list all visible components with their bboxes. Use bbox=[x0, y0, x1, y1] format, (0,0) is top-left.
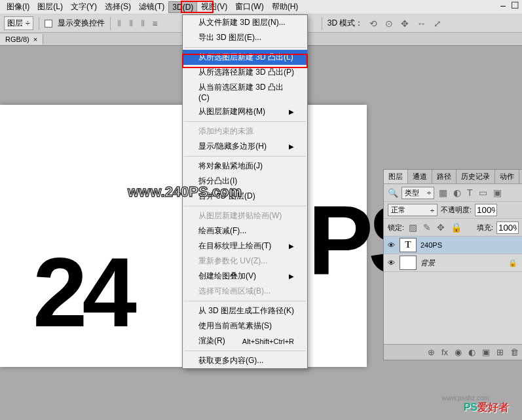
3d-scale-icon[interactable]: ⤢ bbox=[432, 17, 443, 30]
transform-label: 显示变换控件 bbox=[58, 18, 105, 29]
menu-view[interactable]: 视图(V) bbox=[197, 0, 231, 14]
lock-icon: 🔒 bbox=[508, 259, 517, 267]
tab-actions[interactable]: 动作 bbox=[495, 170, 519, 183]
maximize-button[interactable]: ☐ bbox=[511, 0, 519, 10]
chevron-right-icon: ▶ bbox=[289, 143, 294, 150]
mi-export-3d[interactable]: 导出 3D 图层(E)... bbox=[183, 30, 307, 45]
visibility-icon[interactable]: 👁 bbox=[386, 259, 396, 267]
lock-move-icon[interactable]: ✥ bbox=[436, 221, 446, 234]
watermark-logo: PS爱好者 bbox=[464, 401, 509, 415]
transform-checkbox[interactable] bbox=[45, 20, 52, 28]
lock-paint-icon[interactable]: ✎ bbox=[422, 221, 432, 234]
tab-layers[interactable]: 图层 bbox=[384, 170, 408, 183]
visibility-icon[interactable]: 👁 bbox=[386, 241, 396, 249]
3d-roll-icon[interactable]: ⊙ bbox=[384, 17, 394, 30]
menu-image[interactable]: 图像(I) bbox=[3, 0, 33, 14]
watermark: www.240PS.com bbox=[128, 183, 242, 200]
new-layer-icon[interactable]: ⊞ bbox=[496, 347, 504, 357]
blend-mode-select[interactable]: 正常÷ bbox=[388, 204, 438, 216]
fx-icon[interactable]: fx bbox=[441, 347, 448, 357]
layer-thumb-text: T bbox=[400, 238, 417, 252]
mi-snap-ground[interactable]: 将对象贴紧地面(J) bbox=[183, 159, 307, 174]
opacity-input[interactable] bbox=[475, 204, 497, 216]
mi-sketch-brush[interactable]: 使用当前画笔素描(S) bbox=[183, 318, 307, 334]
menubar: 图像(I) 图层(L) 文字(Y) 选择(S) 滤镜(T) 3D(D) 视图(V… bbox=[0, 0, 522, 14]
chevron-right-icon: ▶ bbox=[289, 242, 294, 250]
menu-3d[interactable]: 3D(D) bbox=[168, 1, 197, 13]
mi-new-mesh[interactable]: 从图层新建网格(M)▶ bbox=[183, 104, 307, 119]
layer-select-dropdown[interactable]: 图层÷ bbox=[4, 16, 33, 30]
fill-input[interactable] bbox=[496, 221, 519, 234]
chevron-right-icon: ▶ bbox=[289, 273, 294, 280]
mi-get-more[interactable]: 获取更多内容(G)... bbox=[183, 353, 307, 368]
3d-slide-icon[interactable]: ↔ bbox=[415, 17, 427, 30]
menu-select[interactable]: 选择(S) bbox=[101, 0, 135, 14]
close-tab-icon[interactable]: × bbox=[33, 35, 37, 43]
mi-new-extrusion-selection[interactable]: 从当前选区新建 3D 凸出(C) bbox=[183, 80, 307, 104]
mi-create-overlay[interactable]: 创建绘图叠加(V)▶ bbox=[183, 269, 307, 284]
mask-icon[interactable]: ◉ bbox=[455, 347, 462, 357]
lock-label: 锁定: bbox=[388, 223, 404, 233]
mi-new-extrusion-layer[interactable]: 从所选图层新建 3D 凸出(L) bbox=[183, 50, 307, 65]
3d-pan-icon[interactable]: ✥ bbox=[400, 17, 410, 30]
align-icon-2[interactable]: ⫴ bbox=[128, 16, 134, 30]
mi-show-hide-poly[interactable]: 显示/隐藏多边形(H)▶ bbox=[183, 139, 307, 154]
tab-channels[interactable]: 通道 bbox=[408, 170, 432, 183]
layer-name[interactable]: 240PS bbox=[420, 241, 442, 249]
fill-label: 填充: bbox=[477, 223, 493, 233]
mi-render[interactable]: 渲染(R)Alt+Shift+Ctrl+R bbox=[183, 334, 307, 349]
menu-layer[interactable]: 图层(L) bbox=[33, 0, 67, 14]
filter-adjust-icon[interactable]: ◐ bbox=[452, 186, 462, 199]
mi-new-from-file[interactable]: 从文件新建 3D 图层(N)... bbox=[183, 15, 307, 30]
group-icon[interactable]: ▣ bbox=[482, 347, 490, 357]
mi-paint-falloff[interactable]: 绘画衰减(F)... bbox=[183, 223, 307, 239]
layer-item[interactable]: 👁 背景 🔒 bbox=[384, 254, 522, 272]
adjustment-icon[interactable]: ◐ bbox=[468, 347, 475, 357]
mi-new-extrusion-path[interactable]: 从所选路径新建 3D 凸出(P) bbox=[183, 65, 307, 80]
align-icon-3[interactable]: ⫴ bbox=[140, 16, 146, 30]
opacity-label: 不透明度: bbox=[441, 205, 472, 215]
3d-mode-label: 3D 模式： bbox=[327, 18, 364, 29]
minimize-button[interactable]: – bbox=[500, 0, 506, 10]
mi-select-paintable: 选择可绘画区域(B)... bbox=[183, 284, 307, 299]
mi-new-tile-paint: 从图层新建拼贴绘画(W) bbox=[183, 208, 307, 223]
menu-text[interactable]: 文字(Y) bbox=[67, 0, 101, 14]
menu-help[interactable]: 帮助(H) bbox=[268, 0, 303, 14]
mi-reparam-uv: 重新参数化 UV(Z)... bbox=[183, 254, 307, 269]
layers-panel: 图层 通道 路径 历史记录 动作 🔍 类型÷ ▦ ◐ T ▭ ▣ 正常÷ 不透明… bbox=[383, 169, 522, 360]
tab-history[interactable]: 历史记录 bbox=[457, 170, 495, 183]
mi-paint-on-texture[interactable]: 在目标纹理上绘画(T)▶ bbox=[183, 239, 307, 254]
filter-pixel-icon[interactable]: ▦ bbox=[438, 186, 449, 199]
filter-text-icon[interactable]: T bbox=[466, 186, 474, 199]
tab-paths[interactable]: 路径 bbox=[432, 170, 457, 183]
panel-bottom-toolbar: ⊕ fx ◉ ◐ ▣ ⊞ 🗑 bbox=[384, 344, 522, 360]
trash-icon[interactable]: 🗑 bbox=[510, 347, 519, 357]
layer-name[interactable]: 背景 bbox=[420, 258, 435, 268]
lock-all-icon[interactable]: 🔒 bbox=[449, 221, 463, 234]
mi-add-constraint: 添加约束的未源 bbox=[183, 124, 307, 139]
menu-window[interactable]: 窗口(W) bbox=[231, 0, 267, 14]
align-icon-4[interactable]: ≡ bbox=[151, 17, 159, 30]
menu-filter[interactable]: 滤镜(T) bbox=[135, 0, 168, 14]
link-icon[interactable]: ⊕ bbox=[428, 347, 435, 357]
layer-item[interactable]: 👁 T 240PS bbox=[384, 237, 522, 254]
chevron-right-icon: ▶ bbox=[289, 108, 294, 115]
mi-gen-workpath[interactable]: 从 3D 图层生成工作路径(K) bbox=[183, 303, 307, 318]
filter-shape-icon[interactable]: ▭ bbox=[477, 186, 489, 199]
filter-type-select[interactable]: 类型÷ bbox=[401, 187, 434, 199]
layer-list: 👁 T 240PS 👁 背景 🔒 bbox=[384, 237, 522, 344]
align-icon[interactable]: ⫴ bbox=[116, 16, 122, 30]
lock-transparent-icon[interactable]: ▨ bbox=[407, 221, 419, 234]
filter-smart-icon[interactable]: ▣ bbox=[492, 186, 503, 199]
document-tab[interactable]: RGB/8) × bbox=[0, 34, 43, 45]
3d-rotate-icon[interactable]: ⟲ bbox=[368, 17, 379, 30]
canvas-text: 24 bbox=[33, 236, 132, 349]
layer-thumb bbox=[400, 256, 417, 270]
